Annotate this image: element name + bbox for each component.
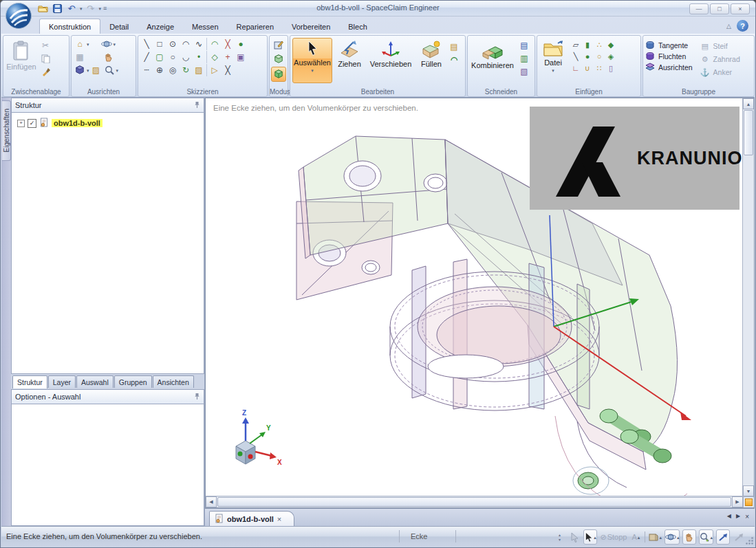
panel-tab-gruppen[interactable]: Gruppen xyxy=(114,375,152,388)
project-icon[interactable]: ▣ xyxy=(235,51,247,63)
vertical-scrollbar[interactable]: ▲ ▼ xyxy=(742,98,754,496)
view-cube-icon[interactable] xyxy=(74,64,86,76)
sketch-tangent-line-icon[interactable]: ╱ xyxy=(140,51,153,63)
resize-grip[interactable] xyxy=(745,536,754,547)
plane-icon[interactable]: ▱ xyxy=(570,39,581,50)
orbit-dropdown[interactable]: ▾ xyxy=(114,42,116,47)
cylinder-icon[interactable]: ▮ xyxy=(582,39,593,50)
tab-eigenschaften[interactable]: Eigenschaften xyxy=(2,100,11,161)
surface-icon[interactable]: ◈ xyxy=(605,51,616,62)
sketch-spline-icon[interactable]: ∿ xyxy=(193,38,205,50)
sketch-arc2-icon[interactable]: ◡ xyxy=(180,51,192,63)
tree-item-label[interactable]: obw1d-b-voll xyxy=(52,119,102,127)
visibility-checkbox[interactable]: ✓ xyxy=(28,119,36,128)
tab-messen[interactable]: Messen xyxy=(183,19,228,34)
tab-blech[interactable]: Blech xyxy=(339,19,376,34)
format-painter-icon[interactable] xyxy=(39,65,52,78)
stop-button[interactable]: ⊘ Stopp xyxy=(600,530,627,544)
origin-icon[interactable]: ∟ xyxy=(570,63,581,74)
compass-button[interactable]: A ▴ xyxy=(629,530,642,544)
pull-button[interactable]: Ziehen xyxy=(334,38,365,83)
document-tab[interactable]: obw1d-b-voll × xyxy=(209,511,294,526)
ribbon-collapse-icon[interactable]: △ xyxy=(726,23,731,30)
split-icon[interactable]: + xyxy=(222,51,234,63)
combine-button[interactable]: Kombinieren xyxy=(470,38,515,83)
split-face-icon[interactable]: ▥ xyxy=(518,52,530,65)
vertical-scroll-thumb[interactable] xyxy=(744,110,753,155)
linear-pattern-icon[interactable]: ∷ xyxy=(594,63,605,74)
gear-button[interactable]: ⚙ Zahnrad xyxy=(700,54,740,65)
zoom-icon[interactable] xyxy=(103,64,116,76)
scroll-down-button[interactable]: ▼ xyxy=(743,485,754,496)
construction-line-icon[interactable]: ┄ xyxy=(140,64,153,76)
delete-sketch-icon[interactable]: ╳ xyxy=(222,64,234,76)
ghost-cursor-icon[interactable] xyxy=(568,530,581,544)
file-insert-button[interactable]: Datei ▾ xyxy=(539,38,567,83)
horizontal-scroll-thumb[interactable] xyxy=(217,497,731,507)
notes-icon[interactable]: ▯ xyxy=(605,63,616,74)
maximize-button[interactable]: □ xyxy=(710,3,729,14)
shell-insert-icon[interactable]: ◆ xyxy=(605,39,616,50)
sweep-arc-icon[interactable]: ↻ xyxy=(180,64,192,76)
file-insert-dropdown[interactable]: ▾ xyxy=(552,68,554,73)
sketch-plane-icon[interactable]: ▨ xyxy=(90,64,102,76)
profile-icon[interactable]: ∪ xyxy=(582,63,593,74)
measure-arrow-button[interactable] xyxy=(716,529,730,545)
sketch-polygon-icon[interactable]: ▢ xyxy=(153,51,166,63)
cut-icon[interactable]: ✂ xyxy=(39,39,52,52)
move-button[interactable]: Verschieben xyxy=(367,38,415,83)
anchor-button[interactable]: ⚓ Anker xyxy=(700,67,740,78)
home-view-dropdown[interactable]: ▾ xyxy=(87,42,89,47)
offset-icon[interactable]: ▷ xyxy=(208,64,221,76)
ghost-arrow-button[interactable] xyxy=(733,530,745,544)
scroll-right-button[interactable]: ▶ xyxy=(732,496,743,507)
orient-button[interactable]: Ausrichten xyxy=(645,63,693,72)
dimension-grid-icon[interactable]: ▦ xyxy=(74,51,86,63)
spin-tool-button[interactable]: ▴ xyxy=(665,529,680,545)
sphere-icon[interactable]: ● xyxy=(582,51,593,62)
panel-tab-struktur[interactable]: Struktur xyxy=(12,375,47,388)
trim-icon[interactable]: ╳ xyxy=(222,38,234,50)
tab-detail[interactable]: Detail xyxy=(100,19,138,34)
scroll-left-button[interactable]: ◀ xyxy=(206,496,217,507)
sketch-ring-icon[interactable]: ◎ xyxy=(166,64,179,76)
ellipse-icon[interactable]: ● xyxy=(235,38,247,50)
circular-pattern-icon[interactable]: ○ xyxy=(594,51,605,62)
align-faces-button[interactable]: Fluchten xyxy=(645,52,693,61)
document-close-icon[interactable]: × xyxy=(277,515,281,523)
selection-spinner[interactable]: ▴▾ xyxy=(553,530,565,544)
panel-tab-auswahl[interactable]: Auswahl xyxy=(76,375,114,388)
point-set-icon[interactable]: ∴ xyxy=(594,39,605,50)
pin-icon[interactable] xyxy=(194,101,200,110)
model-viewport[interactable]: Eine Ecke ziehen, um den Volumenkörper z… xyxy=(205,98,755,508)
scroll-up-button[interactable]: ▲ xyxy=(743,98,754,109)
sketch-rectangle-icon[interactable]: □ xyxy=(153,38,166,50)
tab-anzeige[interactable]: Anzeige xyxy=(138,19,183,34)
select-button[interactable]: Auswählen ▾ xyxy=(292,38,332,83)
panel-tab-ansichten[interactable]: Ansichten xyxy=(153,375,194,388)
sketch-circle2-icon[interactable]: ○ xyxy=(166,51,179,63)
help-button[interactable]: ? xyxy=(737,20,748,32)
tab-reparieren[interactable]: Reparieren xyxy=(228,19,283,34)
sketch-point-icon[interactable]: • xyxy=(193,51,205,63)
select-tool-status-button[interactable]: ▴ xyxy=(583,529,597,545)
tab-konstruktion[interactable]: Konstruktion xyxy=(39,19,100,34)
knife-icon[interactable]: ▨ xyxy=(193,64,205,76)
tab-nav-left-icon[interactable]: ◀ xyxy=(727,513,731,520)
sketch-ellipse-icon[interactable]: ⊕ xyxy=(153,64,166,76)
horizontal-scrollbar[interactable]: ◀ ▶ xyxy=(206,496,743,507)
flip-view-button[interactable]: ▴ xyxy=(648,530,662,544)
replace-face-icon[interactable]: ▤ xyxy=(448,41,460,53)
tab-list-close-icon[interactable]: × xyxy=(745,513,749,520)
orbit-icon[interactable] xyxy=(100,38,113,50)
tangent-button[interactable]: Tangente xyxy=(645,41,693,50)
zoom-dropdown[interactable]: ▾ xyxy=(116,68,119,73)
rigid-button[interactable]: ▤ Steif xyxy=(700,41,740,52)
fill-button[interactable]: Füllen xyxy=(416,38,446,83)
select-dropdown[interactable]: ▾ xyxy=(311,68,314,73)
view-cube-dropdown[interactable]: ▾ xyxy=(87,68,89,73)
spaceclaim-logo-icon[interactable] xyxy=(5,2,32,30)
split-body-icon[interactable]: ▤ xyxy=(518,39,530,52)
bend-icon[interactable]: ◇ xyxy=(208,51,221,63)
project-split-icon[interactable]: ▧ xyxy=(518,65,530,78)
